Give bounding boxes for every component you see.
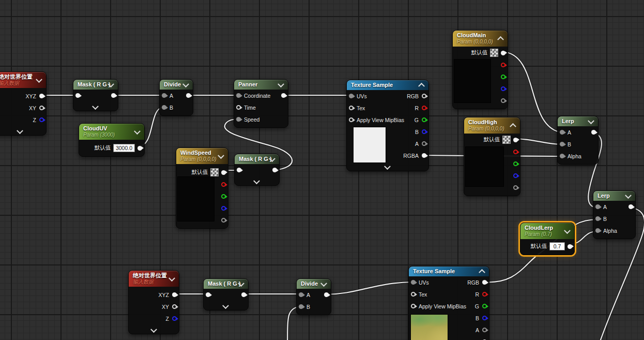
node-header[interactable]: WindSpeedParam (0,0,0,0) [176, 148, 228, 164]
pin-z-output[interactable] [172, 316, 177, 321]
pin-xy-output[interactable] [39, 106, 44, 110]
pin-output-output[interactable] [501, 75, 505, 79]
pin-output-output[interactable] [501, 63, 505, 67]
pin-output-output[interactable] [324, 292, 329, 297]
node-header[interactable]: Divide [297, 279, 331, 289]
pin-b-input[interactable] [595, 216, 600, 221]
chevron-down-icon[interactable] [564, 227, 571, 234]
pin-a-output[interactable] [422, 141, 426, 146]
chevron-down-icon[interactable] [36, 76, 42, 83]
node-world-position-2[interactable]: 绝对世界位置输入数据XYZXYZ [128, 270, 179, 334]
pin-output[interactable] [221, 170, 226, 175]
pin-output-output[interactable] [501, 98, 505, 103]
pin-alpha-input[interactable] [595, 228, 600, 233]
graph-canvas[interactable]: 绝对世界位置输入数据XYZXYZMask ( R G )DivideABPann… [0, 0, 644, 340]
node-header[interactable]: 绝对世界位置输入数据 [0, 72, 46, 88]
node-header[interactable]: Mask ( R G ) [204, 279, 248, 289]
node-windspeed[interactable]: WindSpeedParam (0,0,0,0)默认值 [176, 147, 228, 229]
node-header[interactable]: Texture Sample [409, 267, 489, 276]
node-cloudhigh[interactable]: CloudHighParam (0,0,0,0)默认值 [464, 117, 520, 196]
pin-a-input[interactable] [299, 292, 303, 297]
chevron-down-icon[interactable] [278, 81, 284, 87]
pin-a-output[interactable] [482, 328, 487, 332]
node-header[interactable]: Mask ( R G ) [73, 80, 118, 90]
pin-rgb-output[interactable] [422, 94, 426, 98]
node-header[interactable]: Divide [160, 80, 193, 90]
collapse-handle[interactable] [204, 303, 248, 310]
node-lerp-2[interactable]: LerpABAlpha [593, 190, 636, 239]
collapse-handle[interactable] [235, 178, 279, 185]
pin-output-output[interactable] [513, 150, 518, 154]
node-header[interactable]: CloudMainParam (0,0,0,0) [453, 31, 508, 47]
pin-xyz-output[interactable] [39, 94, 44, 98]
node-header[interactable]: Lerp [593, 191, 635, 201]
pin-b-input[interactable] [560, 142, 564, 146]
pin-xyz-output[interactable] [172, 292, 177, 297]
node-panner[interactable]: PannerCoordinateTimeSpeed [234, 79, 288, 128]
pin-b-input[interactable] [162, 105, 166, 110]
pin-rgba-output[interactable] [422, 153, 426, 158]
pin-output-output[interactable] [513, 185, 518, 190]
pin-output-output[interactable] [501, 86, 505, 91]
pin-b-output[interactable] [482, 316, 487, 320]
node-header[interactable]: Panner [234, 80, 288, 90]
pin-output-output[interactable] [111, 93, 116, 98]
pin-input-input[interactable] [237, 168, 241, 172]
pin-tex-input[interactable] [349, 106, 354, 110]
pin-output-output[interactable] [513, 161, 518, 166]
pin-a-input[interactable] [560, 130, 564, 135]
pin-output[interactable] [513, 138, 518, 142]
pin-input-input[interactable] [206, 292, 210, 297]
pin-time-input[interactable] [236, 105, 241, 110]
chevron-up-icon[interactable] [418, 82, 425, 89]
default-value-swatch[interactable] [502, 136, 511, 144]
node-header[interactable]: Mask ( R G ) [235, 154, 279, 164]
pin-g-output[interactable] [482, 304, 487, 308]
collapse-handle[interactable] [0, 128, 46, 135]
node-header[interactable]: Lerp [558, 116, 598, 126]
node-texture-sample-2[interactable]: Texture SampleUVsRGBTexRApply View MipBi… [408, 266, 489, 340]
node-header[interactable]: 绝对世界位置输入数据 [129, 271, 179, 287]
pin-output-output[interactable] [272, 168, 277, 172]
pin-g-output[interactable] [422, 117, 426, 122]
pin-a-input[interactable] [595, 204, 600, 209]
node-header[interactable]: CloudLerpParam (0.7) [520, 223, 574, 239]
wire-cloudhigh-out-to-lerp-1-b[interactable] [515, 139, 562, 144]
pin-tex-input[interactable] [411, 292, 416, 297]
pin-output-output[interactable] [221, 182, 226, 187]
chevron-up-icon[interactable] [479, 269, 485, 275]
chevron-down-icon[interactable] [588, 117, 594, 124]
pin-output-output[interactable] [221, 194, 226, 199]
pin-xy-output[interactable] [172, 304, 177, 309]
pin-output-output[interactable] [591, 130, 596, 135]
pin-uvs-input[interactable] [411, 280, 416, 285]
node-lerp-1[interactable]: LerpABAlpha [557, 116, 599, 165]
pin-output-output[interactable] [186, 93, 191, 98]
collapse-handle[interactable] [129, 327, 179, 334]
pin-b-output[interactable] [422, 129, 426, 134]
node-header[interactable]: Texture Sample [347, 80, 428, 90]
pin-r-output[interactable] [482, 292, 487, 297]
pin-r-output[interactable] [422, 106, 426, 110]
pin-output[interactable] [568, 244, 572, 249]
default-value-input[interactable]: 0.7 [549, 242, 565, 250]
pin-input-input[interactable] [75, 93, 80, 98]
pin-output-output[interactable] [281, 93, 286, 98]
pin-coordinate-input[interactable] [236, 93, 241, 98]
node-header[interactable]: CloudHighParam (0,0,0,0) [464, 117, 520, 134]
pin-apply-view-mipbias-input[interactable] [349, 117, 354, 122]
chevron-down-icon[interactable] [625, 192, 632, 199]
wire-divide-2-out-to-texture-sample-2-uvs[interactable] [325, 282, 412, 294]
pin-output-output[interactable] [221, 218, 226, 223]
node-cloudlerp[interactable]: CloudLerpParam (0.7)默认值0.7 [520, 223, 575, 255]
default-value-swatch[interactable] [490, 49, 498, 57]
chevron-up-icon[interactable] [510, 123, 516, 129]
chevron-down-icon[interactable] [182, 81, 189, 87]
pin-uvs-input[interactable] [349, 94, 354, 98]
node-cloudmain[interactable]: CloudMainParam (0,0,0,0)默认值 [452, 30, 508, 109]
node-divide-1[interactable]: DivideAB [159, 79, 193, 116]
chevron-down-icon[interactable] [168, 275, 175, 282]
chevron-down-icon[interactable] [218, 152, 224, 159]
pin-speed-input[interactable] [236, 117, 241, 122]
pin-a-input[interactable] [162, 93, 166, 98]
